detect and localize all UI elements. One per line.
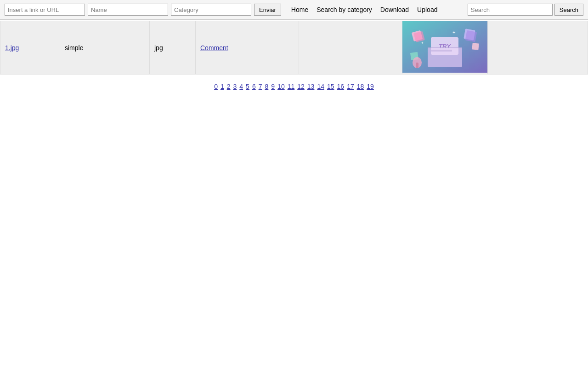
nav-links: Home Search by category Download Upload	[291, 6, 438, 13]
nav-home[interactable]: Home	[291, 6, 308, 13]
pagination-page-1[interactable]: 1	[220, 83, 224, 90]
cell-name: simple	[60, 21, 150, 75]
pagination-page-3[interactable]: 3	[233, 83, 237, 90]
svg-rect-5	[431, 50, 452, 52]
pagination-page-17[interactable]: 17	[347, 83, 354, 90]
pagination-page-0[interactable]: 0	[214, 83, 218, 90]
pagination: 012345678910111213141516171819	[0, 75, 588, 95]
cell-image: TRY	[402, 21, 488, 75]
comment-link[interactable]: Comment	[200, 44, 228, 52]
pagination-page-14[interactable]: 14	[317, 83, 324, 90]
pagination-page-2[interactable]: 2	[227, 83, 231, 90]
nav-search-by-category[interactable]: Search by category	[317, 6, 372, 13]
cell-filename: 1.jpg	[0, 21, 60, 75]
content-table: 1.jpg simple jpg Comment	[0, 21, 588, 75]
url-input[interactable]	[5, 4, 85, 16]
pagination-page-8[interactable]: 8	[265, 83, 269, 90]
name-input[interactable]	[88, 4, 168, 16]
search-area: Search	[468, 4, 583, 16]
pagination-page-19[interactable]: 19	[367, 83, 374, 90]
pagination-page-7[interactable]: 7	[259, 83, 262, 90]
enviar-button[interactable]: Enviar	[254, 4, 281, 16]
name-value: simple	[65, 44, 83, 52]
pagination-page-18[interactable]: 18	[357, 83, 364, 90]
nav-download[interactable]: Download	[380, 6, 409, 13]
table-row: 1.jpg simple jpg Comment	[0, 21, 588, 75]
svg-text:TRY: TRY	[439, 43, 451, 50]
thumbnail-image: TRY	[402, 21, 487, 73]
pagination-page-11[interactable]: 11	[288, 83, 295, 90]
type-value: jpg	[154, 44, 163, 52]
pagination-page-12[interactable]: 12	[297, 83, 305, 90]
pagination-page-16[interactable]: 16	[337, 83, 345, 90]
svg-text:✦: ✦	[452, 30, 456, 35]
cell-comment: Comment	[196, 21, 299, 75]
svg-rect-9	[465, 30, 477, 42]
filename-link[interactable]: 1.jpg	[5, 44, 19, 52]
toolbar: Enviar Home Search by category Download …	[0, 0, 588, 20]
search-button[interactable]: Search	[554, 4, 583, 16]
pagination-page-13[interactable]: 13	[307, 83, 315, 90]
pagination-page-5[interactable]: 5	[246, 83, 249, 90]
svg-rect-10	[472, 43, 479, 50]
cell-type: jpg	[150, 21, 196, 75]
svg-text:✦: ✦	[421, 41, 424, 45]
search-input[interactable]	[468, 4, 553, 16]
pagination-page-15[interactable]: 15	[327, 83, 334, 90]
pagination-page-4[interactable]: 4	[239, 83, 243, 90]
pagination-page-6[interactable]: 6	[252, 83, 256, 90]
pagination-page-9[interactable]: 9	[271, 83, 275, 90]
cell-empty	[299, 21, 402, 75]
cell-extra	[488, 21, 588, 75]
nav-upload[interactable]: Upload	[417, 6, 437, 13]
category-input[interactable]	[171, 4, 251, 16]
pagination-page-10[interactable]: 10	[277, 83, 285, 90]
svg-rect-13	[416, 63, 418, 68]
